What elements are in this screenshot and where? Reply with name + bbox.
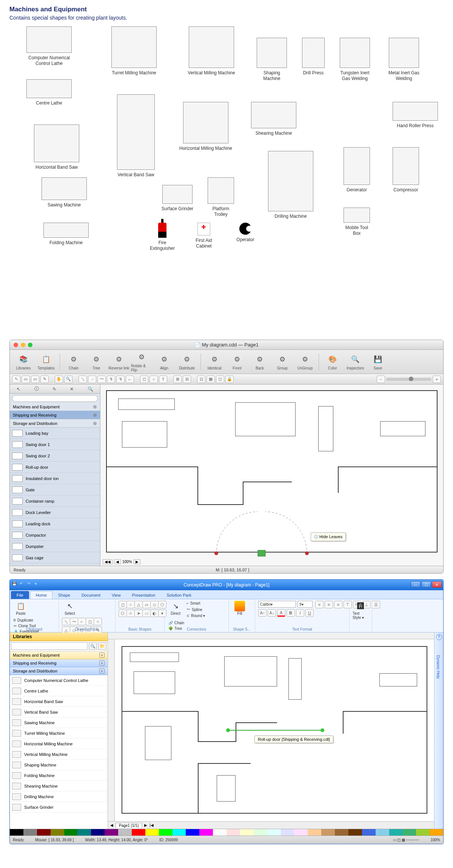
shape-platform[interactable] — [118, 399, 175, 410]
tab-home[interactable]: Home — [30, 591, 52, 599]
color-swatch[interactable] — [389, 829, 403, 836]
lib-item-roll-up-door[interactable]: Roll-up door — [10, 462, 100, 473]
ribbon-tabs[interactable]: FileHomeShapeDocumentViewPresentationSol… — [10, 590, 443, 599]
bold-icon[interactable]: B — [287, 609, 295, 617]
browse-button[interactable]: 📁 — [98, 642, 106, 650]
color-swatch[interactable] — [294, 829, 308, 836]
lib-item-turret-milling-machine[interactable]: Turret Milling Machine — [10, 728, 108, 739]
rect-tool-icon[interactable]: ▭ — [22, 376, 30, 383]
maximize-button[interactable]: ☐ — [421, 581, 431, 588]
delete-icon[interactable]: ✕ — [70, 386, 74, 392]
cursor-icon[interactable]: ↖ — [17, 386, 20, 392]
close-category-icon[interactable]: × — [99, 660, 105, 666]
lib-item-shaping-machine[interactable]: Shaping Machine — [10, 760, 108, 770]
shape-drilling-machine[interactable]: Drilling Machine — [251, 151, 330, 219]
save-icon[interactable]: 💾 — [12, 582, 18, 588]
color-swatch[interactable] — [362, 829, 376, 836]
category-machines-and-equipment[interactable]: Machines and Equipment× — [10, 651, 108, 659]
color-swatch[interactable] — [254, 829, 267, 836]
shape-compressor[interactable]: Compressor — [391, 147, 421, 193]
shape-turret-milling-machine[interactable]: Turret Milling Machine — [104, 26, 164, 76]
inspectors-button[interactable]: 🔍Inspectors — [345, 354, 366, 370]
search-button[interactable]: 🔍 — [89, 642, 97, 650]
color-swatch[interactable] — [335, 829, 348, 836]
shape-centre-lathe[interactable]: Centre Lathe — [21, 79, 77, 106]
quick-access-toolbar[interactable]: 💾 ↶ ↷ ▾ — [12, 582, 41, 588]
shape-vertical-milling-machine[interactable]: Vertical Milling Machine — [183, 26, 240, 76]
lib-item-loading-bay[interactable]: Loading bay — [10, 428, 100, 439]
shape-horizontal-band-saw[interactable]: Horizontal Band Saw — [28, 125, 85, 170]
shape-folding-machine[interactable]: Folding Machine — [25, 223, 108, 246]
canvas[interactable]: Roll-up door [Shipping & Receiving.cdl] … — [108, 633, 434, 829]
round-connector[interactable]: ⊂ Round ▾ — [186, 613, 206, 618]
align-right-icon[interactable]: ≡ — [334, 601, 342, 608]
door-swing[interactable] — [213, 504, 311, 565]
mac-titlebar[interactable]: 📄 My diagram.cdd — Page1 — [10, 340, 443, 350]
decrease-font-icon[interactable]: A↓ — [268, 609, 276, 617]
save-button[interactable]: 💾Save — [367, 354, 388, 370]
close-category-icon[interactable]: × — [99, 668, 105, 674]
color-swatch[interactable] — [199, 829, 213, 836]
shape-tool-icon[interactable]: ◻ — [140, 376, 148, 383]
color-swatch[interactable] — [213, 829, 226, 836]
color-swatch[interactable] — [64, 829, 78, 836]
shape-metal-inert-gas-welding[interactable]: Metal Inert Gas Welding — [387, 38, 421, 82]
lib-item-swing-door-1[interactable]: Swing door 1 — [10, 439, 100, 450]
shape-platform-trolley[interactable]: Platform Trolley — [206, 177, 236, 217]
align-button[interactable]: ⚙Align — [154, 354, 175, 370]
category-storage-and-distribution[interactable]: Storage and Distribution× — [10, 667, 108, 675]
color-swatch[interactable] — [118, 829, 132, 836]
tab-view[interactable]: View — [106, 591, 126, 599]
color-swatch[interactable] — [132, 829, 145, 836]
color-swatch[interactable] — [267, 829, 281, 836]
line-tool-icon[interactable]: ＼ — [79, 376, 87, 383]
libraries-button[interactable]: 📚Libraries — [13, 354, 34, 370]
tree-button[interactable]: ⚙Tree — [86, 354, 107, 370]
library-search-input[interactable] — [11, 642, 88, 650]
bullets-icon[interactable]: ☰ — [372, 601, 380, 608]
edit-icon[interactable]: ✎ — [52, 386, 56, 392]
color-swatch[interactable] — [37, 829, 51, 836]
shape-column[interactable] — [318, 406, 333, 451]
font-color-icon[interactable]: A — [277, 609, 285, 617]
line-icon[interactable]: ＼ — [62, 618, 70, 625]
minimize-button[interactable]: — — [411, 581, 421, 588]
lib-item-gas-cage[interactable]: Gas cage — [10, 552, 100, 563]
shape-generator[interactable]: Generator — [342, 147, 372, 193]
lib-item-container-ramp[interactable]: Container ramp — [10, 496, 100, 507]
color-swatch[interactable] — [51, 829, 64, 836]
shape-mill[interactable] — [235, 402, 296, 436]
tab-file[interactable]: File — [11, 591, 29, 599]
shape-vertical-band-saw[interactable]: Vertical Band Saw — [115, 94, 157, 178]
shape-surface-grinder[interactable]: Surface Grinder — [160, 185, 194, 212]
symbol-fire[interactable]: Fire Extinguisher — [149, 223, 176, 251]
close-button[interactable]: ✕ — [432, 581, 442, 588]
align-center-icon[interactable]: ≡ — [325, 601, 333, 608]
color-swatch[interactable] — [10, 829, 23, 836]
library-search-input[interactable] — [12, 395, 98, 402]
lib-item-loading-dock[interactable]: Loading dock — [10, 518, 100, 529]
color-swatch[interactable] — [430, 829, 443, 836]
lib-item-sawing-machine[interactable]: Sawing Machine — [10, 717, 108, 728]
snap-tool-icon[interactable]: ⊡ — [197, 376, 205, 383]
placement-guide[interactable] — [228, 730, 322, 731]
shape-sawing-machine[interactable]: Sawing Machine — [9, 177, 119, 208]
close-category-icon[interactable]: ⊗ — [93, 412, 97, 418]
lib-item-folding-machine[interactable]: Folding Machine — [10, 770, 108, 781]
color-swatch[interactable] — [186, 829, 199, 836]
category-machines-and-equipment[interactable]: Machines and Equipment⊗ — [10, 403, 100, 411]
lib-item-compactor[interactable]: Compactor — [10, 529, 100, 541]
customize-qa-icon[interactable]: ▾ — [35, 582, 41, 588]
rect2-tool-icon[interactable]: ▭ — [31, 376, 39, 383]
group-tool-icon[interactable]: ⊞ — [173, 376, 182, 383]
win-titlebar[interactable]: 💾 ↶ ↷ ▾ ConceptDraw PRO - [My diagram - … — [10, 580, 443, 590]
color-swatch[interactable] — [321, 829, 335, 836]
lib-item-shearing-machine[interactable]: Shearing Machine — [10, 781, 108, 791]
shape-tungsten-inert-gas-welding[interactable]: Tungsten Inert Gas Welding — [338, 38, 372, 82]
zoom-out-icon[interactable]: − — [377, 376, 385, 383]
lib-item-vertical-band-saw[interactable]: Vertical Band Saw — [10, 707, 108, 717]
spline-connector[interactable]: 〜 Spline — [186, 606, 206, 613]
shape-shearing-machine[interactable]: Shearing Machine — [247, 102, 300, 136]
close-category-icon[interactable]: × — [99, 653, 105, 658]
paste-button[interactable]: 📋Paste — [13, 601, 29, 616]
